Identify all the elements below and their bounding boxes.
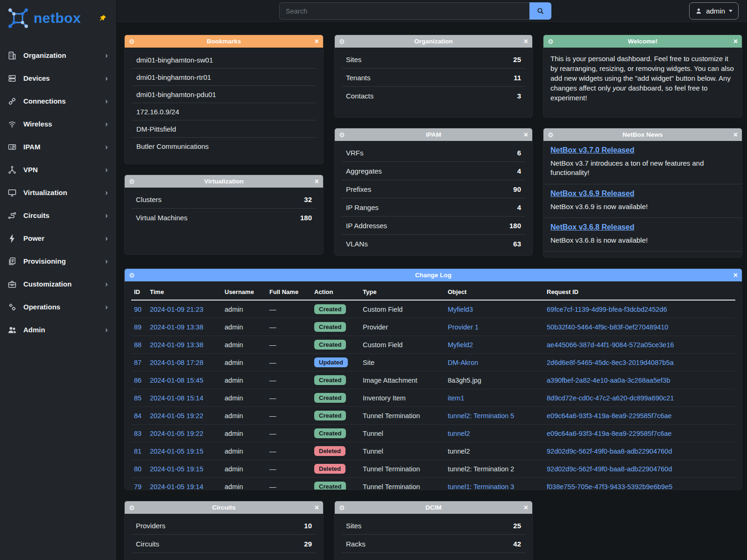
- changelog-time-link[interactable]: 2024-01-08 15:45: [150, 377, 204, 384]
- close-icon[interactable]: ×: [309, 37, 319, 46]
- netbox-logo-icon[interactable]: [7, 7, 29, 29]
- changelog-object[interactable]: tunnel2: Termination 5: [448, 412, 514, 420]
- news-link[interactable]: NetBox v3.6.9 Released: [550, 189, 634, 197]
- count-link[interactable]: Racks: [346, 540, 366, 548]
- gear-icon[interactable]: ⚙: [548, 131, 558, 139]
- changelog-request-id-link[interactable]: 92d02d9c-562f-49f0-baa8-adb22904760d: [547, 465, 672, 473]
- close-icon[interactable]: ×: [309, 504, 319, 512]
- gear-icon[interactable]: ⚙: [129, 178, 139, 185]
- count-link[interactable]: VRFs: [346, 149, 364, 157]
- brand-name[interactable]: netbox: [34, 10, 81, 26]
- changelog-time-link[interactable]: 2024-01-08 17:28: [150, 359, 204, 366]
- count-link[interactable]: IP Addresses: [346, 222, 387, 230]
- changelog-object[interactable]: item1: [448, 394, 464, 402]
- count-link[interactable]: Sites: [346, 56, 361, 63]
- changelog-object[interactable]: tunnel1: Termination 3: [448, 483, 514, 490]
- sidebar-item-ipam[interactable]: 12 IPAM ›: [0, 135, 116, 158]
- close-icon[interactable]: ×: [727, 37, 738, 46]
- search-input[interactable]: [279, 2, 529, 20]
- changelog-object[interactable]: tunnel2: [448, 448, 470, 455]
- changelog-time-link[interactable]: 2024-01-05 19:15: [150, 465, 204, 473]
- sidebar-item-devices[interactable]: Devices ›: [0, 67, 116, 90]
- changelog-id-link[interactable]: 88: [134, 341, 141, 349]
- changelog-time-link[interactable]: 2024-01-05 19:15: [150, 448, 204, 455]
- changelog-time-link[interactable]: 2024-01-05 19:14: [150, 483, 204, 490]
- count-link[interactable]: Circuits: [136, 540, 159, 548]
- gear-icon[interactable]: ⚙: [339, 131, 349, 139]
- changelog-id-link[interactable]: 79: [134, 483, 141, 490]
- count-link[interactable]: Sites: [346, 522, 361, 530]
- bookmark-item[interactable]: dmi01-binghamton-pdu01: [132, 86, 316, 103]
- gear-icon[interactable]: ⚙: [548, 38, 558, 45]
- changelog-request-id-link[interactable]: f038e755-705e-47f3-9433-5392b9e6b9e5: [547, 483, 672, 490]
- changelog-id-link[interactable]: 83: [134, 430, 141, 437]
- changelog-request-id-link[interactable]: e09c64a6-93f3-419a-8ea9-229585f7c6ae: [547, 412, 672, 420]
- news-link[interactable]: NetBox v3.6.8 Released: [550, 223, 634, 231]
- news-link[interactable]: NetBox v3.6.7 Released: [550, 257, 634, 258]
- bookmark-item[interactable]: 172.16.0.9/24: [132, 103, 316, 120]
- close-icon[interactable]: ×: [518, 37, 528, 46]
- gear-icon[interactable]: ⚙: [339, 38, 349, 45]
- changelog-id-link[interactable]: 80: [134, 465, 141, 473]
- sidebar-item-power[interactable]: Power ›: [0, 227, 116, 250]
- close-icon[interactable]: ×: [727, 131, 738, 139]
- sidebar-item-vpn[interactable]: VPN ›: [0, 158, 116, 181]
- count-link[interactable]: Aggregates: [346, 167, 382, 175]
- changelog-request-id-link[interactable]: 69fce7cf-1139-4d99-bfea-f3dcbd2452d6: [547, 306, 667, 313]
- changelog-object[interactable]: DM-Akron: [448, 359, 478, 366]
- changelog-request-id-link[interactable]: 92d02d9c-562f-49f0-baa8-adb22904760d: [547, 448, 672, 455]
- sidebar-item-operations[interactable]: Operations ›: [0, 295, 116, 318]
- changelog-id-link[interactable]: 90: [134, 306, 141, 313]
- changelog-object[interactable]: Myfield3: [448, 306, 473, 313]
- count-link[interactable]: Tenants: [346, 74, 371, 82]
- count-link[interactable]: Providers: [136, 522, 165, 530]
- changelog-object[interactable]: tunnel2: [448, 430, 470, 437]
- count-link[interactable]: VLANs: [346, 240, 368, 248]
- gear-icon[interactable]: ⚙: [129, 272, 139, 279]
- changelog-id-link[interactable]: 85: [134, 394, 141, 402]
- changelog-request-id-link[interactable]: a390fbef-2a82-4e10-aa0a-3c268aa5ef3b: [547, 377, 670, 384]
- changelog-object[interactable]: tunnel2: Termination 2: [448, 465, 514, 473]
- changelog-id-link[interactable]: 87: [134, 359, 141, 366]
- changelog-time-link[interactable]: 2024-01-05 19:22: [150, 412, 204, 420]
- user-menu[interactable]: admin: [689, 2, 739, 20]
- sidebar-item-customization[interactable]: Customization ›: [0, 273, 116, 295]
- close-icon[interactable]: ×: [309, 177, 319, 186]
- bookmark-item[interactable]: Butler Communications: [132, 138, 316, 155]
- sidebar-item-wireless[interactable]: Wireless ›: [0, 112, 116, 135]
- changelog-object[interactable]: Provider 1: [448, 323, 479, 331]
- changelog-request-id-link[interactable]: e09c64a6-93f3-419a-8ea9-229585f7c6ae: [547, 430, 672, 437]
- count-link[interactable]: Prefixes: [346, 185, 371, 193]
- changelog-request-id-link[interactable]: 2d6d6e8f-5465-45dc-8ec3-2019d4087b5a: [547, 359, 674, 366]
- changelog-time-link[interactable]: 2024-01-09 13:38: [150, 323, 204, 331]
- changelog-object[interactable]: 8a3gh5.jpg: [448, 377, 481, 384]
- changelog-id-link[interactable]: 86: [134, 377, 141, 384]
- changelog-time-link[interactable]: 2024-01-05 19:22: [150, 430, 204, 437]
- changelog-request-id-link[interactable]: ae445066-387d-44f1-9084-572a05ce3e16: [547, 341, 674, 349]
- sidebar-item-connections[interactable]: Connections ›: [0, 90, 116, 112]
- count-link[interactable]: Clusters: [136, 196, 162, 203]
- sidebar-item-organization[interactable]: Organization ›: [0, 44, 116, 67]
- count-link[interactable]: Virtual Machines: [136, 214, 188, 222]
- gear-icon[interactable]: ⚙: [129, 504, 139, 511]
- changelog-request-id-link[interactable]: 8d9cd72e-cd0c-47c2-a620-dc899a690c21: [547, 394, 674, 402]
- sidebar-item-circuits[interactable]: Circuits ›: [0, 204, 116, 227]
- gear-icon[interactable]: ⚙: [129, 38, 139, 45]
- changelog-request-id-link[interactable]: 50b32f40-5464-4f9c-b83f-0ef270489410: [547, 323, 668, 331]
- changelog-object[interactable]: Myfield2: [448, 341, 473, 349]
- bookmark-item[interactable]: dmi01-binghamton-rtr01: [132, 69, 316, 86]
- sidebar-item-admin[interactable]: Admin ›: [0, 318, 116, 341]
- pin-icon[interactable]: [99, 14, 107, 22]
- changelog-id-link[interactable]: 84: [134, 412, 141, 420]
- search-button[interactable]: [529, 2, 551, 20]
- close-icon[interactable]: ×: [727, 271, 738, 280]
- changelog-time-link[interactable]: 2024-01-09 13:38: [150, 341, 204, 349]
- changelog-time-link[interactable]: 2024-01-08 15:14: [150, 394, 204, 402]
- sidebar-item-provisioning[interactable]: Provisioning ›: [0, 250, 116, 273]
- close-icon[interactable]: ×: [518, 504, 528, 512]
- sidebar-item-virtualization[interactable]: Virtualization ›: [0, 181, 116, 204]
- changelog-id-link[interactable]: 81: [134, 448, 141, 455]
- bookmark-item[interactable]: dmi01-binghamton-sw01: [132, 51, 316, 69]
- gear-icon[interactable]: ⚙: [339, 504, 349, 511]
- changelog-time-link[interactable]: 2024-01-09 21:23: [150, 306, 204, 313]
